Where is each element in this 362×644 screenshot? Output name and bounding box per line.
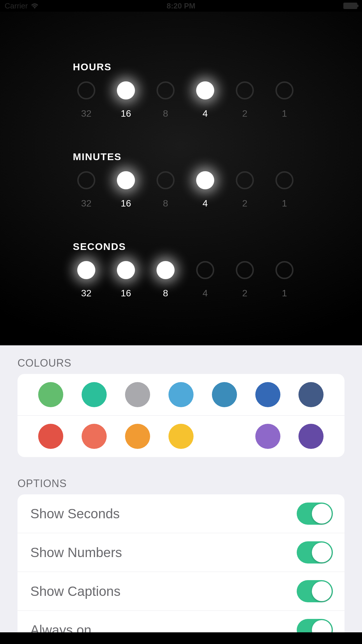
- clock-bit-dot: [236, 261, 254, 279]
- colour-swatch[interactable]: [82, 424, 107, 449]
- clock-row-label: MINUTES: [73, 151, 362, 162]
- clock-bit: 8: [156, 81, 175, 119]
- clock-bit-dot: [275, 261, 294, 279]
- colour-swatch[interactable]: [168, 424, 194, 449]
- clock-row-hours: HOURS32168421: [0, 61, 362, 119]
- clock-bit-label: 32: [81, 288, 92, 299]
- clock-bit-label: 2: [242, 108, 247, 119]
- clock-bit: 1: [275, 261, 294, 299]
- clock-bit: 2: [235, 81, 255, 119]
- clock-bit: 8: [156, 261, 175, 299]
- toggle-knob: [312, 581, 332, 601]
- clock-bit: 4: [195, 171, 215, 209]
- clock-bit-label: 8: [163, 198, 168, 209]
- option-toggle[interactable]: [297, 541, 333, 564]
- clock-bit-dot: [196, 171, 214, 189]
- option-toggle[interactable]: [297, 503, 333, 525]
- colour-swatch[interactable]: [38, 424, 63, 449]
- wifi-icon: [31, 3, 39, 9]
- clock-bit-dot: [157, 261, 175, 279]
- clock-preview: HOURS32168421MINUTES32168421SECONDS32168…: [0, 12, 362, 345]
- toggle-knob: [312, 542, 332, 562]
- clock-bit-label: 2: [242, 288, 247, 299]
- clock-bit: 32: [76, 81, 96, 119]
- clock-bit-label: 1: [282, 198, 287, 209]
- clock-bit-label: 8: [163, 288, 168, 299]
- clock-bit: 1: [275, 81, 294, 119]
- clock-bit-label: 16: [121, 198, 131, 209]
- option-label: Show Seconds: [30, 506, 120, 522]
- clock-bit-dot: [77, 261, 95, 279]
- clock-bit-dot: [196, 81, 214, 99]
- clock-bit-dot: [196, 261, 214, 279]
- clock-bit-label: 8: [163, 108, 168, 119]
- clock-bit-dot: [117, 171, 135, 189]
- clock-bit-label: 1: [282, 108, 287, 119]
- clock-bit: 8: [156, 171, 175, 209]
- clock-bit-label: 4: [203, 198, 208, 209]
- clock-bit-label: 4: [203, 288, 208, 299]
- options-header: OPTIONS: [17, 477, 362, 490]
- clock-bit-label: 2: [242, 198, 247, 209]
- colour-swatch[interactable]: [168, 382, 194, 407]
- clock-bit-label: 16: [121, 288, 131, 299]
- status-time: 8:20 PM: [167, 1, 195, 10]
- colour-swatch[interactable]: [298, 382, 324, 407]
- clock-row-label: SECONDS: [73, 241, 362, 252]
- clock-bit-dot: [157, 81, 175, 99]
- option-toggle[interactable]: [297, 580, 333, 602]
- clock-bit: 4: [195, 81, 215, 119]
- clock-bit: 16: [116, 261, 136, 299]
- clock-bit-dot: [117, 261, 135, 279]
- swatch-row-1: [17, 374, 345, 415]
- colour-swatch[interactable]: [82, 382, 107, 407]
- colours-header: COLOURS: [17, 357, 362, 369]
- clock-bit-dot: [157, 171, 175, 189]
- clock-bit-label: 1: [282, 288, 287, 299]
- bottom-bar: [0, 632, 362, 644]
- clock-bit-dot: [236, 81, 254, 99]
- clock-row-label: HOURS: [73, 61, 362, 73]
- clock-bit-dot: [275, 171, 294, 189]
- clock-row-minutes: MINUTES32168421: [0, 151, 362, 209]
- clock-bit-dot: [77, 81, 95, 99]
- clock-row-seconds: SECONDS32168421: [0, 241, 362, 299]
- clock-bit: 4: [195, 261, 215, 299]
- colour-swatch-empty: [212, 424, 237, 449]
- option-label: Show Numbers: [30, 545, 122, 560]
- colour-swatch[interactable]: [255, 382, 280, 407]
- option-row: Show Numbers: [17, 533, 345, 572]
- clock-bit-dot: [77, 171, 95, 189]
- option-row: Show Captions: [17, 572, 345, 610]
- colour-swatch[interactable]: [212, 382, 237, 407]
- option-row: Show Seconds: [17, 494, 345, 533]
- clock-bit: 32: [76, 171, 96, 209]
- swatch-row-2: [17, 415, 345, 457]
- toggle-knob: [312, 504, 332, 524]
- option-label: Show Captions: [30, 583, 120, 599]
- colour-swatch[interactable]: [125, 424, 150, 449]
- colour-swatch[interactable]: [38, 382, 63, 407]
- clock-bit-label: 32: [81, 108, 92, 119]
- colour-swatch[interactable]: [298, 424, 324, 449]
- clock-bit: 2: [235, 171, 255, 209]
- clock-bit: 1: [275, 171, 294, 209]
- clock-bit-label: 32: [81, 198, 92, 209]
- colour-swatch[interactable]: [125, 382, 150, 407]
- clock-bit-dot: [236, 171, 254, 189]
- clock-bit-label: 4: [203, 108, 208, 119]
- clock-bit-dot: [275, 81, 294, 99]
- clock-bit: 2: [235, 261, 255, 299]
- clock-bit-label: 16: [121, 108, 131, 119]
- carrier-label: Carrier: [5, 1, 28, 10]
- options-card: Show SecondsShow NumbersShow CaptionsAlw…: [17, 494, 345, 644]
- colours-card: [17, 374, 345, 457]
- status-bar: Carrier 8:20 PM: [0, 0, 362, 12]
- battery-icon: [343, 3, 357, 9]
- clock-bit-dot: [117, 81, 135, 99]
- clock-bit: 32: [76, 261, 96, 299]
- clock-bit: 16: [116, 171, 136, 209]
- colour-swatch[interactable]: [255, 424, 280, 449]
- clock-bit: 16: [116, 81, 136, 119]
- settings-panel: COLOURS OPTIONS Show SecondsShow Numbers…: [0, 345, 362, 644]
